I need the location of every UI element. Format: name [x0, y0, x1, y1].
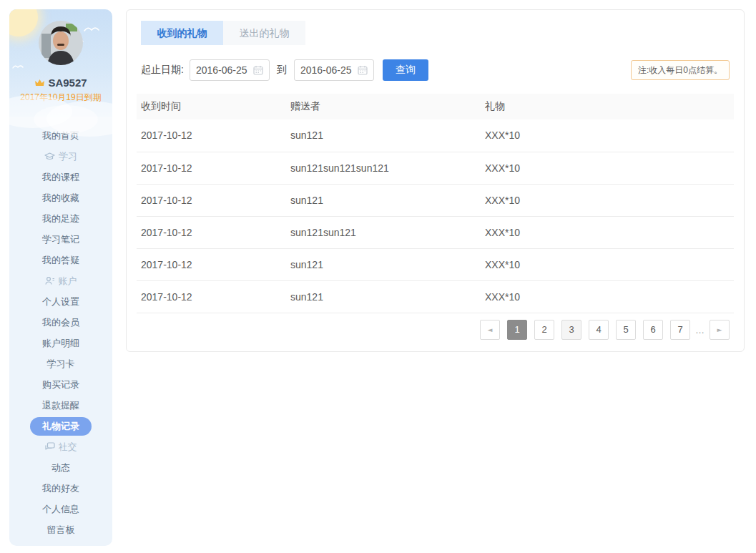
- page-button-4[interactable]: 4: [589, 320, 609, 340]
- avatar[interactable]: [39, 21, 83, 65]
- tab-sent-gifts[interactable]: 送出的礼物: [223, 21, 305, 45]
- column-header-sender: 赠送者: [286, 94, 481, 119]
- start-date-input[interactable]: 2016-06-25: [190, 59, 270, 81]
- table-row: 2017-10-12 sun121 XXX*10: [137, 184, 734, 216]
- settlement-note: 注:收入每日0点结算。: [631, 60, 730, 80]
- date-filter: 起止日期: 2016-06-25 到 2016-06-25 查询: [141, 59, 428, 81]
- sidebar-item-footprints[interactable]: 我的足迹: [9, 208, 112, 229]
- table-row: 2017-10-12 sun121 XXX*10: [137, 119, 734, 152]
- page-button-2[interactable]: 2: [534, 320, 554, 340]
- page-button-6[interactable]: 6: [643, 320, 663, 340]
- gifts-table: 收到时间 赠送者 礼物 2017-10-12 sun121 XXX*10 201…: [137, 94, 734, 313]
- table-row: 2017-10-12 sun121 XXX*10: [137, 248, 734, 280]
- sidebar-item-qa[interactable]: 我的答疑: [9, 250, 112, 270]
- column-header-time: 收到时间: [137, 94, 286, 119]
- sidebar-item-message-board[interactable]: 留言板: [9, 519, 112, 540]
- next-page-icon[interactable]: ►: [710, 320, 730, 340]
- page-button-7[interactable]: 7: [670, 320, 690, 340]
- end-date-input[interactable]: 2016-06-25: [294, 59, 374, 81]
- username: SA9527: [48, 77, 87, 89]
- page-button-5[interactable]: 5: [616, 320, 636, 340]
- chat-bubbles-icon: [45, 442, 55, 451]
- gift-tabs: 收到的礼物 送出的礼物: [141, 21, 305, 45]
- calendar-icon: [358, 65, 368, 75]
- table-row: 2017-10-12 sun121 XXX*10: [137, 280, 734, 313]
- pagination-ellipsis: …: [695, 325, 705, 336]
- active-item-pill: 礼物记录: [30, 417, 92, 436]
- sidebar-section-social: 社交: [9, 436, 112, 457]
- bird-icon: [12, 64, 24, 69]
- sidebar-item-notes[interactable]: 学习笔记: [9, 229, 112, 250]
- page-button-3[interactable]: 3: [561, 320, 581, 340]
- sidebar-item-settings[interactable]: 个人设置: [9, 291, 112, 312]
- to-label: 到: [277, 64, 287, 77]
- gift-records-panel: 收到的礼物 送出的礼物 起止日期: 2016-06-25 到 2016-06-2…: [126, 9, 745, 352]
- column-header-gift: 礼物: [481, 94, 734, 119]
- profile-card: SA9527 2017年10月19日到期: [9, 9, 112, 117]
- table-row: 2017-10-12 sun121sun121sun121 XXX*10: [137, 152, 734, 184]
- sidebar-item-courses[interactable]: 我的课程: [9, 167, 112, 187]
- crown-icon: [34, 79, 45, 87]
- sidebar-item-personal-info[interactable]: 个人信息: [9, 499, 112, 519]
- graduation-cap-icon: [44, 152, 55, 161]
- sidebar-item-account-detail[interactable]: 账户明细: [9, 333, 112, 353]
- sidebar-section-study: 学习: [9, 146, 112, 167]
- date-range-label: 起止日期:: [141, 64, 184, 77]
- sidebar-item-gift-records[interactable]: 礼物记录: [9, 416, 112, 436]
- sidebar: SA9527 2017年10月19日到期 我的首页 学习 我的课程 我的收藏 我…: [9, 9, 112, 546]
- bird-icon: [84, 25, 99, 32]
- username-row: SA9527: [9, 77, 112, 89]
- calendar-icon: [253, 65, 263, 75]
- sidebar-menu: 我的首页 学习 我的课程 我的收藏 我的足迹 学习笔记 我的答疑 账户 个人设置…: [9, 117, 112, 540]
- table-row: 2017-10-12 sun121sun121 XXX*10: [137, 216, 734, 248]
- page-button-1[interactable]: 1: [507, 320, 527, 340]
- sidebar-item-refunds[interactable]: 退款提醒: [9, 395, 112, 416]
- sidebar-item-purchases[interactable]: 购买记录: [9, 374, 112, 395]
- sidebar-item-moments[interactable]: 动态: [9, 457, 112, 478]
- sidebar-item-friends[interactable]: 我的好友: [9, 478, 112, 499]
- sidebar-section-account: 账户: [9, 270, 112, 291]
- pagination: ◄ 1 2 3 4 5 6 7 … ►: [480, 320, 730, 340]
- user-icon: [45, 276, 55, 285]
- search-button[interactable]: 查询: [383, 59, 428, 81]
- tab-received-gifts[interactable]: 收到的礼物: [141, 21, 223, 45]
- sidebar-item-study-card[interactable]: 学习卡: [9, 353, 112, 374]
- table-header-row: 收到时间 赠送者 礼物: [137, 94, 734, 119]
- sun-decoration: [9, 9, 38, 36]
- sidebar-item-membership[interactable]: 我的会员: [9, 312, 112, 333]
- sidebar-item-favorites[interactable]: 我的收藏: [9, 187, 112, 208]
- prev-page-icon[interactable]: ◄: [480, 320, 500, 340]
